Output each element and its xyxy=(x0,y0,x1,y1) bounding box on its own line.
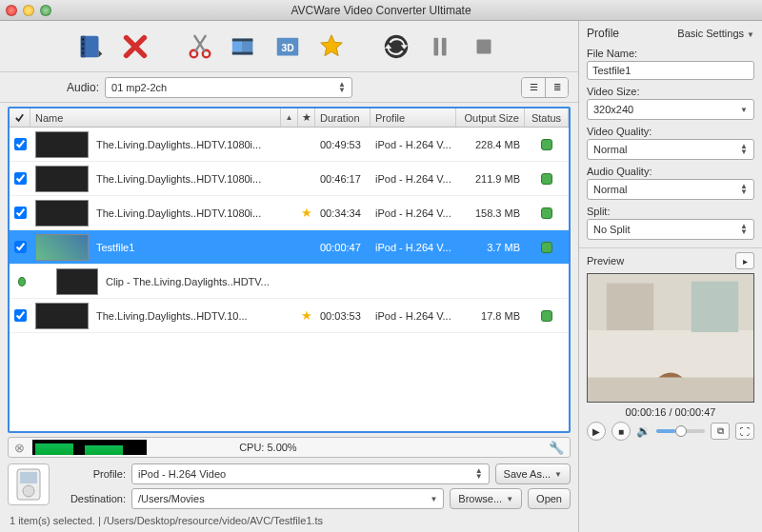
col-name[interactable]: Name xyxy=(30,108,281,127)
split-select[interactable]: No Split▲▼ xyxy=(587,219,754,240)
col-check[interactable] xyxy=(10,108,30,127)
col-sort[interactable]: ▲ xyxy=(281,108,298,127)
status-ready-icon xyxy=(541,173,552,185)
save-as-button[interactable]: Save As...▼ xyxy=(495,463,571,484)
checkbox[interactable] xyxy=(14,309,27,322)
split-label: Split: xyxy=(587,206,754,217)
svg-rect-11 xyxy=(232,51,253,54)
row-name-cell: The.Living.Daylights..HDTV.1080i... xyxy=(30,196,281,229)
volume-slider[interactable] xyxy=(656,429,705,433)
row-favorite[interactable] xyxy=(298,162,315,195)
row-duration xyxy=(315,265,371,298)
videosize-select[interactable]: 320x240▼ xyxy=(587,99,754,120)
profile-label: Profile: xyxy=(57,468,126,480)
row-status xyxy=(525,162,569,195)
svg-point-3 xyxy=(82,43,84,45)
remove-button[interactable] xyxy=(118,28,152,66)
col-duration[interactable]: Duration xyxy=(315,108,371,127)
preview-stop-button[interactable]: ■ xyxy=(612,422,631,441)
preview-controls: ▶ ■ 🔉 ⧉ ⛶ xyxy=(579,422,762,446)
chevron-down-icon: ▼ xyxy=(430,495,437,503)
col-status[interactable]: Status xyxy=(525,108,569,127)
table-row[interactable]: The.Living.Daylights..HDTV.1080i...00:46… xyxy=(10,162,569,196)
audio-value: 01 mp2-2ch xyxy=(111,82,167,93)
3d-button[interactable]: 3D xyxy=(271,28,305,66)
audioquality-label: Audio Quality: xyxy=(587,166,754,177)
row-favorite[interactable]: ★ xyxy=(298,196,315,229)
star-icon: ★ xyxy=(301,206,312,220)
table-row[interactable]: Clip - The.Living.Daylights..HDTV... xyxy=(10,265,569,299)
pause-button[interactable] xyxy=(423,28,457,66)
snapshot-button[interactable]: ⧉ xyxy=(711,423,730,440)
row-duration: 00:46:17 xyxy=(315,162,371,195)
main-toolbar: 3D xyxy=(0,21,578,72)
row-profile: iPod - H.264 V... xyxy=(371,299,456,332)
thumbnail xyxy=(35,166,89,192)
row-favorite[interactable]: ★ xyxy=(298,299,315,332)
audio-select[interactable]: 01 mp2-2ch ▲▼ xyxy=(105,77,352,98)
volume-icon[interactable]: 🔉 xyxy=(636,424,651,438)
filename-input[interactable]: Testfile1 xyxy=(587,61,754,80)
col-favorite[interactable]: ★ xyxy=(298,108,315,127)
svg-rect-25 xyxy=(588,378,753,402)
convert-button[interactable] xyxy=(379,28,413,66)
table-row[interactable]: Testfile100:00:47iPod - H.264 V...3.7 MB xyxy=(10,230,569,265)
stop-button[interactable] xyxy=(467,28,501,66)
basic-settings-button[interactable]: Basic Settings ▼ xyxy=(677,28,754,39)
row-size: 3.7 MB xyxy=(456,230,525,264)
minimize-button[interactable] xyxy=(23,5,34,16)
list-view-button[interactable]: ☰ xyxy=(522,78,545,97)
row-status xyxy=(525,230,569,264)
row-checkbox[interactable] xyxy=(10,128,30,161)
zoom-button[interactable] xyxy=(40,5,51,16)
row-checkbox[interactable] xyxy=(10,230,30,264)
remove-task-button[interactable]: ⊗ xyxy=(14,441,25,455)
status-line: 1 item(s) selected. | /Users/Desktop/res… xyxy=(0,511,578,532)
audioquality-select[interactable]: Normal▲▼ xyxy=(587,179,754,200)
play-button[interactable]: ▶ xyxy=(587,422,606,441)
row-checkbox[interactable] xyxy=(10,196,30,229)
svg-point-20 xyxy=(23,485,34,497)
preview-area xyxy=(587,273,754,403)
col-output-size[interactable]: Output Size xyxy=(456,108,525,127)
table-row[interactable]: The.Living.Daylights..HDTV.1080i...00:49… xyxy=(10,128,569,162)
row-checkbox[interactable] xyxy=(10,299,30,332)
table-row[interactable]: The.Living.Daylights..HDTV.1080i...★00:3… xyxy=(10,196,569,230)
destination-label: Destination: xyxy=(57,493,126,504)
profile-select[interactable]: iPod - H.264 Video ▲▼ xyxy=(131,463,490,484)
preview-heading: Preview xyxy=(587,255,624,266)
favorite-button[interactable] xyxy=(314,28,349,66)
settings-icon[interactable]: 🔧 xyxy=(549,441,564,455)
close-button[interactable] xyxy=(6,5,17,16)
fullscreen-button[interactable]: ⛶ xyxy=(735,423,754,440)
row-checkbox[interactable] xyxy=(10,162,30,195)
detail-view-button[interactable]: ≣ xyxy=(545,78,568,97)
open-button[interactable]: Open xyxy=(528,488,571,509)
cut-button[interactable] xyxy=(183,28,217,66)
row-favorite[interactable] xyxy=(298,265,315,298)
svg-rect-24 xyxy=(692,282,738,332)
window-title: AVCWare Video Converter Ultimate xyxy=(0,4,762,17)
svg-rect-17 xyxy=(477,39,491,53)
col-profile[interactable]: Profile xyxy=(371,108,456,127)
effects-button[interactable] xyxy=(227,28,261,66)
thumbnail xyxy=(35,131,89,158)
browse-button[interactable]: Browse...▼ xyxy=(450,488,522,509)
checkbox[interactable] xyxy=(14,172,27,185)
row-name-cell: The.Living.Daylights..HDTV.1080i... xyxy=(30,128,281,161)
checkbox[interactable] xyxy=(14,138,27,150)
destination-select[interactable]: /Users/Movies ▼ xyxy=(131,488,444,509)
traffic-lights xyxy=(6,5,51,16)
row-favorite[interactable] xyxy=(298,128,315,161)
svg-rect-15 xyxy=(433,37,438,55)
videoquality-select[interactable]: Normal▲▼ xyxy=(587,139,754,160)
checkbox[interactable] xyxy=(14,207,27,219)
preview-popout-button[interactable]: ▸ xyxy=(735,252,754,269)
row-checkbox[interactable] xyxy=(10,265,30,298)
checkbox[interactable] xyxy=(14,241,27,253)
device-icon[interactable] xyxy=(8,463,50,505)
row-favorite[interactable] xyxy=(298,230,315,264)
table-row[interactable]: The.Living.Daylights..HDTV.10...★00:03:5… xyxy=(10,299,569,333)
add-file-button[interactable] xyxy=(74,28,109,66)
svg-rect-16 xyxy=(442,37,447,55)
